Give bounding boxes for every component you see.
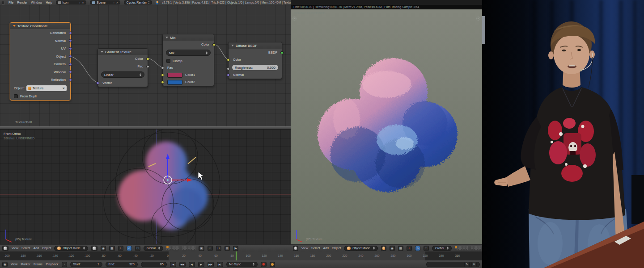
node-texture-coordinate[interactable]: Texture Coordinate Generated Normal UV O… xyxy=(10,22,71,100)
clamp-checkbox[interactable]: Clamp xyxy=(163,57,214,64)
menu-playback[interactable]: Playback xyxy=(46,263,58,266)
socket-bsdf[interactable] xyxy=(280,51,284,54)
playhead[interactable] xyxy=(236,251,237,260)
editor-type-icon[interactable] xyxy=(2,1,5,4)
pivot-dropdown[interactable]: ◉ xyxy=(101,246,106,251)
socket-generated[interactable] xyxy=(69,31,72,34)
collapse-icon[interactable] xyxy=(13,25,16,27)
pivot-dropdown[interactable]: ◉ xyxy=(390,246,395,251)
properties-plus-icon[interactable]: + xyxy=(476,17,480,21)
menu-frame[interactable]: Frame xyxy=(34,263,42,266)
node-header[interactable]: Texture Coordinate xyxy=(10,23,70,29)
socket-color[interactable] xyxy=(146,57,149,60)
render-opengl-icon[interactable]: ▤ xyxy=(225,246,230,251)
layer-grid[interactable] xyxy=(166,246,179,250)
grid-snap-icon[interactable]: ▦ xyxy=(398,246,403,251)
socket-object[interactable] xyxy=(69,55,72,58)
editor-type-button[interactable]: ◉ xyxy=(2,262,8,267)
current-frame-field[interactable]: 85 xyxy=(141,262,167,267)
menu-object[interactable]: Object xyxy=(332,247,341,250)
editor-splitter[interactable] xyxy=(0,126,291,130)
active-keying-set-field[interactable]: ✎ ✕ xyxy=(426,262,480,267)
orientation-dropdown[interactable]: Global xyxy=(144,246,163,251)
delete-keyframe-icon[interactable]: ✕ xyxy=(471,262,477,267)
node-diffuse-bsdf[interactable]: Diffuse BSDF BSDF Color Roughness: 0.000… xyxy=(228,42,282,79)
viewport-3d-left[interactable]: Front Ortho SStatus: UNDEFINED (85) Text… xyxy=(0,130,291,244)
manipulator-rotate-icon[interactable]: ∩ xyxy=(415,246,420,251)
socket-color[interactable] xyxy=(212,43,216,46)
collapse-icon[interactable] xyxy=(231,45,234,46)
jump-end-button[interactable]: ▶| xyxy=(217,262,223,267)
shading-dropdown[interactable] xyxy=(381,246,386,251)
proportional-edit-icon[interactable]: ◌ xyxy=(208,246,213,251)
node-mix[interactable]: Mix Color Mix Clamp Fac Color1 xyxy=(162,34,214,86)
play-reverse-button[interactable]: ◀ xyxy=(189,262,195,267)
collapse-icon[interactable] xyxy=(101,51,103,53)
menu-view[interactable]: View xyxy=(11,263,17,266)
mode-dropdown[interactable]: Object Mode xyxy=(344,246,378,251)
layer-grid[interactable] xyxy=(471,246,482,250)
manipulator-translate-icon[interactable]: + xyxy=(407,246,412,251)
scene-close-icon[interactable]: ✕ xyxy=(116,1,118,4)
socket-camera[interactable] xyxy=(69,63,72,66)
layer-grid[interactable] xyxy=(182,246,195,250)
next-keyframe-button[interactable]: ▶▶ xyxy=(208,262,214,267)
node-header[interactable]: Diffuse BSDF xyxy=(229,42,282,49)
gradient-type-dropdown[interactable]: Linear xyxy=(101,71,144,78)
collapse-icon[interactable] xyxy=(165,37,168,38)
editor-type-button[interactable] xyxy=(2,246,8,251)
socket-fac[interactable] xyxy=(146,65,149,68)
menu-window[interactable]: Window xyxy=(31,1,42,4)
manipulator-scale-icon[interactable]: □ xyxy=(135,246,140,251)
snap-magnet-icon[interactable]: ∪ xyxy=(216,246,221,251)
render-anim-icon[interactable]: ▶ xyxy=(233,246,238,251)
insert-keyframe-icon[interactable]: ✎ xyxy=(464,262,470,267)
timeline-ruler[interactable]: -200-180-160-140-120-100-80-60-40-200204… xyxy=(0,251,482,260)
sync-dropdown[interactable]: No Sync xyxy=(226,262,258,267)
keying-set-button[interactable] xyxy=(270,262,275,267)
render-engine-selector[interactable]: Cycles Render xyxy=(124,0,152,4)
grid-snap-icon[interactable]: ▦ xyxy=(109,246,115,251)
toolshelf-plus-icon[interactable]: + xyxy=(292,17,297,21)
menu-help[interactable]: Help xyxy=(46,1,52,4)
menu-object[interactable]: Object xyxy=(42,247,51,250)
node-gradient-texture[interactable]: Gradient Texture Color Fac Linear Vector xyxy=(97,48,148,87)
object-field[interactable]: Texture ✕ xyxy=(26,85,67,91)
node-editor[interactable]: Texture Coordinate Generated Normal UV O… xyxy=(0,5,291,126)
node-header[interactable]: Mix xyxy=(163,34,214,41)
layer-grid[interactable] xyxy=(455,246,468,250)
checkbox-icon[interactable] xyxy=(166,59,170,63)
menu-add[interactable]: Add xyxy=(323,247,329,250)
menu-select[interactable]: Select xyxy=(21,247,30,250)
menu-select[interactable]: Select xyxy=(311,247,320,250)
start-frame-field[interactable]: Start: 1 xyxy=(70,262,102,267)
layout-add-icon[interactable]: + xyxy=(79,1,80,4)
menu-add[interactable]: Add xyxy=(34,247,39,250)
node-header[interactable]: Gradient Texture xyxy=(98,49,148,55)
metaball-blob[interactable] xyxy=(118,142,208,230)
jump-start-button[interactable]: |◀ xyxy=(170,262,176,267)
viewport-3d-rendered[interactable]: SStatus: UNDEFINED + + (85) Texture xyxy=(291,9,482,244)
menu-view[interactable]: View xyxy=(12,247,18,250)
menu-file[interactable]: File xyxy=(8,1,13,4)
socket-window[interactable] xyxy=(69,71,72,74)
play-button[interactable]: ▶ xyxy=(198,262,204,267)
menu-render[interactable]: Render xyxy=(17,1,27,4)
from-dupli-checkbox[interactable]: From Dupli xyxy=(10,93,70,100)
socket-roughness[interactable] xyxy=(227,67,230,71)
color1-swatch[interactable] xyxy=(167,73,182,78)
prev-keyframe-button[interactable]: ◀◀ xyxy=(179,262,186,267)
scene-add-icon[interactable]: + xyxy=(113,1,115,4)
socket-color[interactable] xyxy=(227,59,230,62)
editor-type-button[interactable] xyxy=(293,246,298,251)
socket-reflection[interactable] xyxy=(69,78,72,81)
clear-object-icon[interactable]: ✕ xyxy=(62,87,65,90)
socket-normal[interactable] xyxy=(227,74,230,77)
layout-close-icon[interactable]: ✕ xyxy=(82,1,84,4)
manipulator-scale-icon[interactable]: □ xyxy=(424,246,429,251)
socket-color1[interactable] xyxy=(161,74,164,77)
socket-color2[interactable] xyxy=(161,81,164,84)
socket-vector[interactable] xyxy=(96,81,99,84)
roughness-slider[interactable]: Roughness: 0.000 xyxy=(232,65,278,70)
menu-marker[interactable]: Marker xyxy=(21,263,30,266)
